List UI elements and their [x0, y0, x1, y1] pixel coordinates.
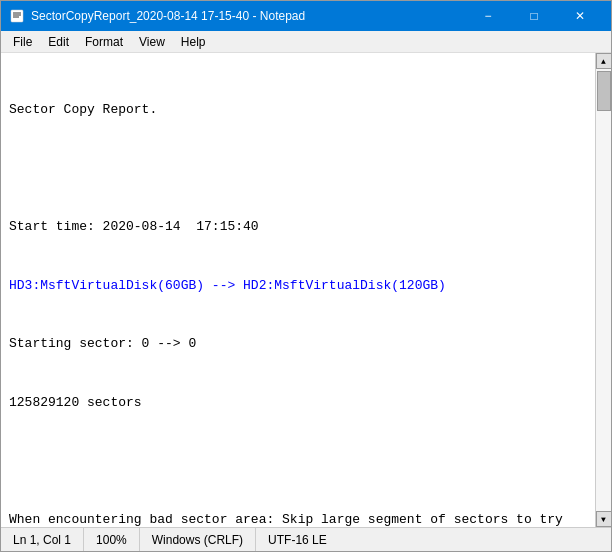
menu-bar: File Edit Format View Help [1, 31, 611, 53]
scroll-track[interactable] [596, 69, 611, 511]
svg-rect-0 [11, 10, 23, 22]
menu-help[interactable]: Help [173, 33, 214, 51]
vertical-scrollbar[interactable]: ▲ ▼ [595, 53, 611, 527]
app-icon [9, 8, 25, 24]
maximize-button[interactable]: □ [511, 1, 557, 31]
close-button[interactable]: ✕ [557, 1, 603, 31]
line-3: Start time: 2020-08-14 17:15:40 [9, 217, 587, 237]
scroll-up-button[interactable]: ▲ [596, 53, 612, 69]
text-editor[interactable]: Sector Copy Report. Start time: 2020-08-… [1, 53, 595, 527]
status-line-ending: Windows (CRLF) [140, 528, 256, 551]
line-6: 125829120 sectors [9, 393, 587, 413]
menu-file[interactable]: File [5, 33, 40, 51]
status-bar: Ln 1, Col 1 100% Windows (CRLF) UTF-16 L… [1, 527, 611, 551]
window-controls: − □ ✕ [465, 1, 603, 31]
status-zoom: 100% [84, 528, 140, 551]
title-bar: SectorCopyReport_2020-08-14 17-15-40 - N… [1, 1, 611, 31]
line-7 [9, 451, 587, 471]
notepad-window: SectorCopyReport_2020-08-14 17-15-40 - N… [0, 0, 612, 552]
menu-format[interactable]: Format [77, 33, 131, 51]
line-2 [9, 159, 587, 179]
scroll-thumb[interactable] [597, 71, 611, 111]
content-area: Sector Copy Report. Start time: 2020-08-… [1, 53, 611, 527]
line-1: Sector Copy Report. [9, 100, 587, 120]
line-5: Starting sector: 0 --> 0 [9, 334, 587, 354]
line-4: HD3:MsftVirtualDisk(60GB) --> HD2:MsftVi… [9, 276, 587, 296]
minimize-button[interactable]: − [465, 1, 511, 31]
status-position: Ln 1, Col 1 [1, 528, 84, 551]
status-encoding: UTF-16 LE [256, 528, 339, 551]
menu-edit[interactable]: Edit [40, 33, 77, 51]
scroll-down-button[interactable]: ▼ [596, 511, 612, 527]
line-8: When encountering bad sector area: Skip … [9, 510, 587, 528]
window-title: SectorCopyReport_2020-08-14 17-15-40 - N… [31, 9, 465, 23]
menu-view[interactable]: View [131, 33, 173, 51]
